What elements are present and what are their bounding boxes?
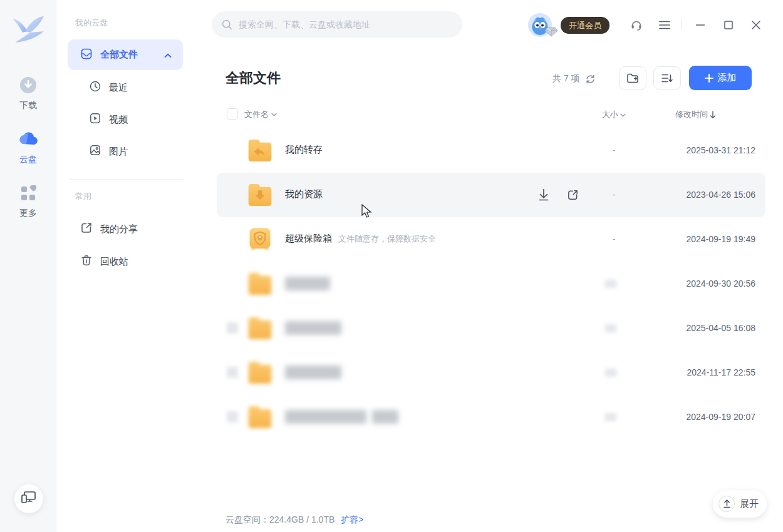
file-desc: 文件随意存，保障数据安全: [338, 234, 436, 243]
file-row-my-transfers[interactable]: 我的转存 - 2025-03-31 21:12: [217, 128, 765, 173]
expand-button-label: 展开: [740, 498, 759, 510]
checkbox-redacted: [227, 322, 238, 334]
file-size: -: [595, 145, 633, 155]
column-modified-label: 修改时间: [675, 109, 708, 120]
file-name-redacted: [285, 321, 341, 335]
column-header-modified[interactable]: 修改时间: [675, 109, 716, 120]
file-row-my-resources[interactable]: 我的资源 - 2023-04-26 15:06: [217, 173, 765, 217]
safe-box-icon: [246, 225, 274, 253]
images-label: 图片: [109, 146, 128, 158]
rail-item-download[interactable]: 下载: [0, 76, 56, 111]
rail-download-label: 下载: [0, 100, 56, 111]
image-icon: [89, 144, 101, 159]
rail-item-cloud[interactable]: 云盘: [0, 130, 56, 165]
support-headset-icon[interactable]: [629, 18, 644, 33]
file-modified: 2024-09-19 20:07: [643, 412, 755, 422]
chevron-up-icon: [164, 49, 172, 61]
sidebar-item-recycle-bin[interactable]: 回收站: [80, 254, 128, 269]
video-icon: [89, 112, 101, 127]
maximize-button[interactable]: [721, 18, 736, 33]
share-action-icon[interactable]: [565, 187, 580, 202]
new-folder-button[interactable]: [619, 66, 646, 90]
new-folder-icon: [626, 73, 639, 84]
menu-hamburger-icon[interactable]: [657, 18, 672, 33]
file-name-redacted: [372, 410, 398, 424]
file-row-super-safe[interactable]: 超级保险箱文件随意存，保障数据安全 - 2024-09-19 19:49: [217, 217, 765, 262]
folder-icon-blurred: [246, 270, 274, 298]
file-size-redacted: [605, 369, 616, 377]
minimize-button[interactable]: [693, 18, 708, 33]
rail-item-more[interactable]: 更多: [0, 185, 56, 219]
row-hover-actions: [536, 187, 580, 202]
file-name: 我的转存: [285, 144, 323, 156]
search-bar[interactable]: [212, 11, 462, 38]
expand-storage-link[interactable]: 扩容>: [341, 514, 363, 526]
rail-more-label: 更多: [0, 208, 56, 219]
checkbox-redacted: [227, 411, 238, 422]
main-area: 开通会员 全部文件 共 7 项: [194, 0, 783, 532]
rail-cloud-label: 云盘: [0, 154, 56, 165]
chevron-down-icon: [620, 113, 626, 117]
file-name: 超级保险箱文件随意存，保障数据安全: [285, 233, 436, 245]
device-transfer-button[interactable]: [14, 484, 43, 513]
folder-icon-blurred: [246, 403, 274, 431]
file-size-redacted: [605, 413, 616, 421]
cloud-icon: [0, 130, 56, 150]
item-count: 共 7 项: [552, 73, 580, 84]
file-row-redacted[interactable]: 2025-04-05 16:08: [217, 306, 765, 350]
sidebar: 我的云盘 全部文件 最近 视频: [56, 0, 194, 532]
folder-transfer-icon: [246, 136, 274, 165]
file-modified: 2024-09-30 20:56: [643, 279, 755, 289]
refresh-icon[interactable]: [585, 74, 596, 84]
sort-desc-arrow-icon: [710, 111, 716, 119]
file-modified: 2025-04-05 16:08: [643, 323, 755, 333]
file-name-redacted: [285, 410, 366, 424]
membership-badge[interactable]: 开通会员: [561, 17, 609, 34]
devices-icon: [21, 490, 37, 508]
file-name-redacted: [285, 366, 341, 379]
download-action-icon[interactable]: [536, 187, 551, 202]
add-button[interactable]: 添加: [689, 66, 752, 90]
all-files-label: 全部文件: [100, 49, 138, 61]
sidebar-item-images[interactable]: 图片: [89, 144, 128, 159]
add-button-label: 添加: [718, 72, 737, 84]
topbar-divider: [681, 20, 682, 30]
file-modified: 2024-09-19 19:49: [643, 234, 755, 244]
file-size-redacted: [605, 324, 616, 332]
search-input[interactable]: [239, 19, 454, 29]
sidebar-item-all-files[interactable]: 全部文件: [68, 39, 183, 70]
select-all-checkbox[interactable]: [227, 108, 238, 120]
storage-text: 云盘空间：224.4GB / 1.0TB: [226, 514, 334, 526]
folder-icon-blurred: [246, 359, 274, 387]
file-modified: 2025-03-31 21:12: [643, 145, 755, 155]
more-grid-icon: [0, 185, 56, 204]
file-row-redacted[interactable]: 2024-11-17 22:55: [217, 350, 765, 395]
recent-label: 最近: [109, 82, 128, 94]
upload-icon: [718, 496, 735, 512]
my-shares-label: 我的分享: [100, 223, 138, 235]
sidebar-item-my-shares[interactable]: 我的分享: [80, 222, 138, 237]
app-logo-bird-icon: [9, 10, 48, 50]
sidebar-item-recent[interactable]: 最近: [89, 80, 128, 95]
file-row-redacted[interactable]: 2024-09-30 20:56: [217, 262, 765, 306]
file-name-redacted: [285, 277, 330, 290]
expand-transfer-button[interactable]: 展开: [713, 490, 767, 518]
sidebar-item-videos[interactable]: 视频: [89, 112, 128, 127]
column-header-size[interactable]: 大小: [595, 109, 633, 120]
sort-view-button[interactable]: [653, 66, 681, 90]
page-title: 全部文件: [226, 69, 281, 88]
storage-status: 云盘空间：224.4GB / 1.0TB 扩容>: [226, 514, 363, 526]
sidebar-group-my-drive: 我的云盘: [75, 18, 108, 29]
member-level-gem-icon: [544, 24, 559, 39]
file-name: 我的资源: [285, 188, 323, 200]
close-button[interactable]: [749, 18, 764, 33]
all-files-icon: [80, 48, 93, 63]
column-name-label: 文件名: [244, 109, 269, 120]
checkbox-redacted: [227, 367, 238, 378]
column-header-name[interactable]: 文件名: [244, 109, 277, 120]
clock-icon: [89, 80, 101, 95]
sidebar-group-common: 常用: [75, 191, 91, 202]
share-icon: [80, 222, 93, 237]
file-row-redacted[interactable]: 2024-09-19 20:07: [217, 395, 765, 439]
column-size-label: 大小: [602, 110, 618, 119]
